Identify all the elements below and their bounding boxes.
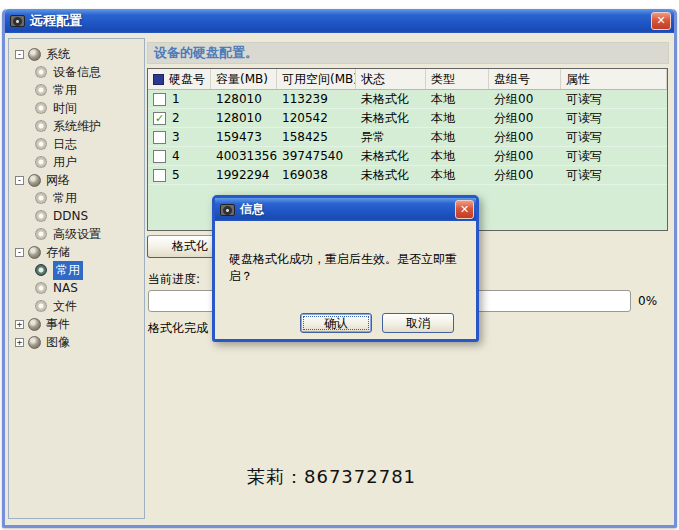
sidebar-item-常用[interactable]: 常用: [9, 261, 144, 279]
info-dialog: 信息 ✕ 硬盘格式化成功，重启后生效。是否立即重启？ 确认 取消: [212, 195, 479, 342]
table-cell: 异常: [356, 128, 426, 146]
table-cell: 159473: [211, 128, 277, 146]
sidebar-item-存储[interactable]: -存储: [9, 243, 144, 261]
table-cell: 未格式化: [356, 90, 426, 108]
gear-icon: [35, 66, 47, 78]
sidebar-item-用户[interactable]: 用户: [9, 153, 144, 171]
table-cell: 39747540: [277, 147, 356, 165]
sidebar-item-系统[interactable]: -系统: [9, 45, 144, 63]
format-status-text: 格式化完成: [148, 320, 208, 337]
table-cell: 120542: [277, 109, 356, 127]
sidebar-item-label: 常用: [53, 261, 83, 280]
sidebar-item-时间[interactable]: 时间: [9, 99, 144, 117]
window-title: 远程配置: [30, 12, 82, 30]
sidebar-item-常用[interactable]: 常用: [9, 81, 144, 99]
sidebar-item-label: 日志: [53, 136, 77, 153]
table-cell: 未格式化: [356, 166, 426, 184]
table-cell: 可读写: [561, 90, 667, 108]
sidebar-item-事件[interactable]: +事件: [9, 315, 144, 333]
info-dialog-icon: [220, 204, 235, 216]
table-cell: 可读写: [561, 109, 667, 127]
dialog-title: 信息: [240, 201, 264, 218]
disk-id: 3: [172, 128, 180, 146]
cancel-button[interactable]: 取消: [382, 313, 454, 333]
expand-icon[interactable]: +: [15, 338, 24, 347]
disk-table-body: 1128010113239未格式化本地分组00可读写✓2128010120542…: [148, 90, 667, 185]
sidebar-tree: -系统设备信息常用时间系统维护日志用户-网络常用DDNS高级设置-存储常用NAS…: [8, 38, 145, 519]
sidebar-item-日志[interactable]: 日志: [9, 135, 144, 153]
sidebar-item-NAS[interactable]: NAS: [9, 279, 144, 297]
category-icon: [28, 48, 41, 61]
disk-id: 2: [172, 109, 180, 127]
table-cell: 分组00: [489, 90, 561, 108]
sidebar-item-label: 系统: [46, 46, 70, 63]
sidebar-item-常用[interactable]: 常用: [9, 189, 144, 207]
table-cell: 40031356: [211, 147, 277, 165]
sidebar-item-图像[interactable]: +图像: [9, 333, 144, 351]
dialog-close-icon[interactable]: ✕: [455, 200, 474, 219]
row-checkbox[interactable]: [153, 169, 166, 182]
table-cell: 本地: [426, 128, 489, 146]
collapse-icon[interactable]: -: [15, 176, 24, 185]
gear-icon: [35, 84, 47, 96]
sidebar-item-label: 常用: [53, 82, 77, 99]
collapse-icon[interactable]: -: [15, 248, 24, 257]
disk-table-header: 硬盘号容量(MB)可用空间(MB)状态类型盘组号属性: [148, 69, 667, 90]
table-cell: 158425: [277, 128, 356, 146]
select-all-checkbox[interactable]: [153, 74, 164, 85]
gear-icon: [35, 120, 47, 132]
sidebar-item-label: 系统维护: [53, 118, 101, 135]
table-cell: 1992294: [211, 166, 277, 184]
sidebar-item-系统维护[interactable]: 系统维护: [9, 117, 144, 135]
sidebar-item-DDNS[interactable]: DDNS: [9, 207, 144, 225]
category-icon: [28, 318, 41, 331]
table-cell: 分组00: [489, 128, 561, 146]
window-titlebar[interactable]: 远程配置 ✕: [5, 9, 674, 33]
window-content: -系统设备信息常用时间系统维护日志用户-网络常用DDNS高级设置-存储常用NAS…: [5, 33, 674, 525]
collapse-icon[interactable]: -: [15, 50, 24, 59]
table-row[interactable]: 51992294169038未格式化本地分组00可读写: [148, 166, 667, 185]
column-header-0[interactable]: 硬盘号: [148, 69, 211, 89]
dialog-titlebar[interactable]: 信息 ✕: [215, 198, 476, 221]
disk-id-cell: 5: [148, 166, 211, 184]
table-cell: 169038: [277, 166, 356, 184]
table-cell: 128010: [211, 109, 277, 127]
sidebar-item-label: 网络: [46, 172, 70, 189]
sidebar-item-网络[interactable]: -网络: [9, 171, 144, 189]
dialog-message: 硬盘格式化成功，重启后生效。是否立即重启？: [229, 251, 467, 285]
expand-icon[interactable]: +: [15, 320, 24, 329]
sidebar-item-高级设置[interactable]: 高级设置: [9, 225, 144, 243]
sidebar-item-label: NAS: [53, 281, 78, 295]
progress-label: 当前进度:: [148, 271, 200, 288]
disk-id: 4: [172, 147, 180, 165]
sidebar-item-label: 文件: [53, 298, 77, 315]
row-checkbox[interactable]: ✓: [153, 112, 166, 125]
column-header-label: 属性: [566, 69, 590, 89]
table-cell: 可读写: [561, 128, 667, 146]
gear-icon: [35, 138, 47, 150]
row-checkbox[interactable]: [153, 150, 166, 163]
disk-id-cell: 4: [148, 147, 211, 165]
close-icon[interactable]: ✕: [651, 12, 671, 30]
camera-app-icon: [10, 15, 25, 27]
table-row[interactable]: 3159473158425异常本地分组00可读写: [148, 128, 667, 147]
column-header-6: 属性: [561, 69, 667, 89]
disk-id: 1: [172, 90, 180, 108]
gear-icon: [35, 210, 47, 222]
sidebar-item-文件[interactable]: 文件: [9, 297, 144, 315]
table-row[interactable]: 44003135639747540未格式化本地分组00可读写: [148, 147, 667, 166]
row-checkbox[interactable]: [153, 93, 166, 106]
table-row[interactable]: ✓2128010120542未格式化本地分组00可读写: [148, 109, 667, 128]
table-cell: 分组00: [489, 109, 561, 127]
gear-icon: [35, 192, 47, 204]
disk-id-cell: ✓2: [148, 109, 211, 127]
row-checkbox[interactable]: [153, 131, 166, 144]
sidebar-item-设备信息[interactable]: 设备信息: [9, 63, 144, 81]
table-cell: 分组00: [489, 147, 561, 165]
column-header-4: 类型: [426, 69, 489, 89]
column-header-5: 盘组号: [489, 69, 561, 89]
disk-id-cell: 3: [148, 128, 211, 146]
confirm-button[interactable]: 确认: [300, 313, 372, 333]
table-cell: 113239: [277, 90, 356, 108]
table-row[interactable]: 1128010113239未格式化本地分组00可读写: [148, 90, 667, 109]
